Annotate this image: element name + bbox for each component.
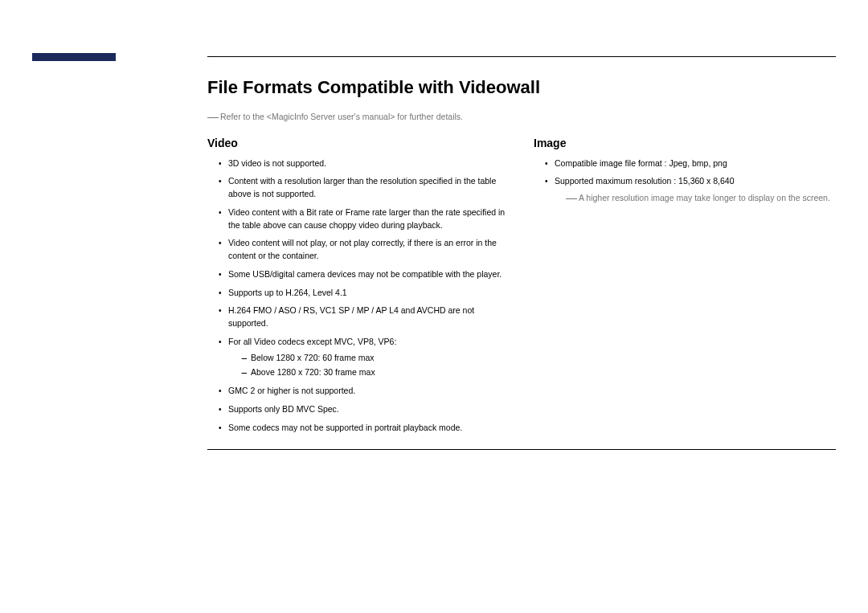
list-item: Supports up to H.264, Level 4.1 <box>219 287 510 300</box>
list-item: Some USB/digital camera devices may not … <box>219 268 510 281</box>
list-item: Video content with a Bit rate or Frame r… <box>219 206 510 232</box>
page-title: File Formats Compatible with Videowall <box>207 77 836 98</box>
list-item: GMC 2 or higher is not supported. <box>219 385 510 398</box>
image-list: Compatible image file format : Jpeg, bmp… <box>534 157 836 207</box>
image-heading: Image <box>534 137 836 149</box>
header-rule <box>207 56 836 57</box>
video-heading: Video <box>207 137 510 149</box>
list-item: Supports only BD MVC Spec. <box>219 403 510 416</box>
note-text: Refer to the <MagicInfo Server user's ma… <box>220 112 463 121</box>
subnote-text: A higher resolution image may take longe… <box>579 193 830 202</box>
video-list: 3D video is not supported. Content with … <box>207 157 510 435</box>
item-text: Video content with a Bit rate or Frame r… <box>228 207 505 230</box>
item-text: Supports only BD MVC Spec. <box>228 404 339 414</box>
video-column: Video 3D video is not supported. Content… <box>207 137 526 440</box>
item-text: Supported maximum resolution : 15,360 x … <box>555 176 735 186</box>
page-note: ―Refer to the <MagicInfo Server user's m… <box>207 109 836 125</box>
list-item: Compatible image file format : Jpeg, bmp… <box>545 157 836 170</box>
subitem-text: Below 1280 x 720: 60 frame max <box>251 353 375 362</box>
image-column: Image Compatible image file format : Jpe… <box>526 137 836 440</box>
bottom-rule <box>207 449 836 450</box>
item-text: H.264 FMO / ASO / RS, VC1 SP / MP / AP L… <box>228 305 474 328</box>
list-item: 3D video is not supported. <box>219 157 510 170</box>
list-item: For all Video codecs except MVC, VP8, VP… <box>219 336 510 379</box>
video-sublist: Below 1280 x 720: 60 frame max Above 128… <box>228 352 510 380</box>
sublist-item: Above 1280 x 720: 30 frame max <box>241 366 510 379</box>
dash-icon: ― <box>207 110 219 123</box>
item-text: Video content will not play, or not play… <box>228 238 497 260</box>
item-text: For all Video codecs except MVC, VP8, VP… <box>228 337 396 346</box>
list-item: Supported maximum resolution : 15,360 x … <box>545 175 836 206</box>
image-subnote: ―A higher resolution image may take long… <box>555 190 836 206</box>
columns: Video 3D video is not supported. Content… <box>207 137 836 440</box>
item-text: Compatible image file format : Jpeg, bmp… <box>555 158 727 168</box>
item-text: Some codecs may not be supported in port… <box>228 423 462 432</box>
item-text: GMC 2 or higher is not supported. <box>228 386 355 395</box>
item-text: 3D video is not supported. <box>228 158 326 168</box>
page-content: File Formats Compatible with Videowall ―… <box>207 77 836 450</box>
sublist-item: Below 1280 x 720: 60 frame max <box>241 352 510 365</box>
item-text: Content with a resolution larger than th… <box>228 176 496 198</box>
list-item: Video content will not play, or not play… <box>219 237 510 263</box>
list-item: Some codecs may not be supported in port… <box>219 422 510 435</box>
list-item: Content with a resolution larger than th… <box>219 175 510 201</box>
dash-icon: ― <box>566 191 577 204</box>
item-text: Some USB/digital camera devices may not … <box>228 269 502 279</box>
subitem-text: Above 1280 x 720: 30 frame max <box>251 367 375 377</box>
item-text: Supports up to H.264, Level 4.1 <box>228 288 347 297</box>
list-item: H.264 FMO / ASO / RS, VC1 SP / MP / AP L… <box>219 304 510 330</box>
header-accent-bar <box>32 53 116 61</box>
